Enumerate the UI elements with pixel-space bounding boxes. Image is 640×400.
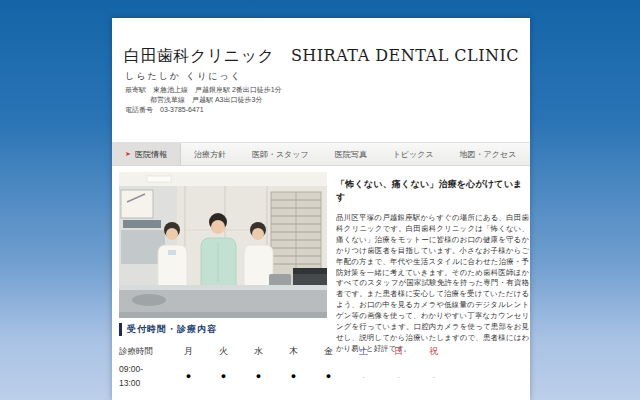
mark-fri: ● [311,371,346,381]
nav-tab-label: 医師・スタッフ [252,149,309,160]
day-fri: 金 [311,345,346,358]
nav-tab-label: トピックス [393,149,434,160]
day-thu: 木 [276,345,311,358]
section-accent-bar [119,323,122,336]
nav-tab-topics[interactable]: トピックス [380,143,447,165]
content-card: 白田歯科クリニック SHIRATA DENTAL CLINIC しらたしか くり… [112,18,530,400]
nav-tab-treatment-policy[interactable]: 治療方針 [181,143,239,165]
main-navigation: ➤ 医院情報 治療方針 医師・スタッフ 医院写真 トピックス 地図・アクセス [112,142,530,166]
hours-morning-row: 09:00- 13:00 ● ● ● ● ● - - - [119,362,451,390]
hours-section-title: 受付時間・診療内容 [127,323,217,336]
day-sun: 日 [381,345,416,358]
nav-tab-clinic-photos[interactable]: 医院写真 [322,143,380,165]
nav-tab-map-access[interactable]: 地図・アクセス [447,143,530,165]
phone-number: 電話番号 03-3785-6471 [125,105,282,115]
nav-tab-label: 医院写真 [335,149,367,160]
mark-wed: ● [241,371,276,381]
mark-thu: ● [276,371,311,381]
hours-section-heading: 受付時間・診療内容 [119,323,217,336]
clinic-staff-photo [119,172,327,318]
intro-paragraph: 品川区平塚の戸越銀座駅からすぐの場所にある、白田歯科クリニックです。白田歯科クリ… [336,213,529,355]
hours-time-label: 診療時間 [119,346,171,358]
nav-tab-clinic-info[interactable]: ➤ 医院情報 [112,143,181,165]
address-station-line2: 都営浅草線 戸越駅 A3出口徒歩3分 [125,95,282,105]
nav-tab-doctor-staff[interactable]: 医師・スタッフ [239,143,322,165]
intro-headline: 「怖くない、痛くない」治療を心がけています [336,178,529,204]
mark-sat: - [346,372,381,381]
nav-tab-label: 地図・アクセス [460,149,517,160]
red-arrow-icon: ➤ [125,150,131,157]
page-title: 白田歯科クリニック SHIRATA DENTAL CLINIC [124,46,524,67]
page-background: { "background": { "top_color": "#1464a7"… [0,0,640,400]
intro-column: 「怖くない、痛くない」治療を心がけています 品川区平塚の戸越銀座駅からすぐの場所… [336,178,529,355]
hours-time-range: 09:00- 13:00 [119,362,171,390]
time-start: 09:00- [119,362,171,376]
day-tue: 火 [206,345,241,358]
time-end: 13:00 [119,376,171,390]
mark-tue: ● [206,371,241,381]
mark-sun: - [381,372,416,381]
day-wed: 水 [241,345,276,358]
mark-mon: ● [171,371,206,381]
mark-holiday: - [416,372,451,381]
nav-tab-label: 医院情報 [135,149,167,160]
clinic-subtitle-kana: しらたしか くりにっく [125,70,242,83]
day-mon: 月 [171,345,206,358]
day-sat: 土 [346,345,381,358]
day-holiday: 祝 [416,345,451,358]
nav-tab-label: 治療方針 [194,149,226,160]
hours-header-row: 診療時間 月 火 水 木 金 土 日 祝 [119,345,451,358]
hours-table: 診療時間 月 火 水 木 金 土 日 祝 09:00- 13:00 ● ● ● … [119,345,451,390]
address-station-line: 最寄駅 東急池上線 戸越銀座駅 2番出口徒歩1分 [125,85,282,95]
clinic-address-block: 最寄駅 東急池上線 戸越銀座駅 2番出口徒歩1分 都営浅草線 戸越駅 A3出口徒… [125,85,282,115]
